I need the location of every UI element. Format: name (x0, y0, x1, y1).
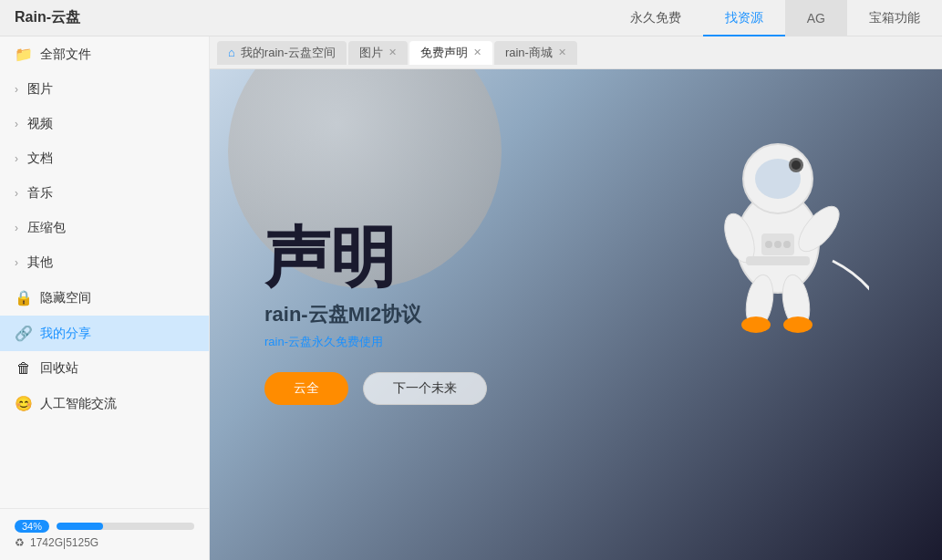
arrow-icon: › (15, 83, 18, 96)
content-area: ⌂ 我的rain-云盘空间 图片 ✕ 免费声明 ✕ rain-商城 ✕ (210, 36, 942, 560)
storage-info: ♻ 1742G|5125G (15, 536, 194, 549)
banner-buttons: 云全 下一个未来 (264, 372, 887, 405)
share-icon: 🔗 (15, 325, 33, 342)
sidebar-item-myshare[interactable]: 🔗 我的分享 (0, 316, 209, 351)
tab-bar: ⌂ 我的rain-云盘空间 图片 ✕ 免费声明 ✕ rain-商城 ✕ (210, 36, 942, 69)
tab-close-statement[interactable]: ✕ (473, 47, 481, 58)
trash-icon: 🗑 (15, 360, 33, 377)
all-files-icon: 📁 (15, 46, 33, 63)
tab-close-pictures[interactable]: ✕ (388, 47, 397, 58)
titlebar: Rain-云盘 永久免费 找资源 AG 宝箱功能 (0, 0, 942, 36)
banner-title: 声明 (264, 224, 887, 290)
sidebar-storage: 34% ♻ 1742G|5125G (0, 508, 209, 560)
banner-desc-prefix: rain- (264, 335, 288, 348)
home-icon: ⌂ (228, 46, 235, 59)
tab-shop[interactable]: rain-商城 ✕ (494, 41, 577, 65)
main-content: 声明 rain-云盘MI2协议 rain-云盘永久免费使用 云全 下一个未来 (210, 69, 942, 560)
tab-home[interactable]: ⌂ 我的rain-云盘空间 (217, 41, 347, 65)
sidebar-item-music[interactable]: › 音乐 (0, 176, 209, 211)
nav-avatar[interactable]: AG (785, 0, 847, 36)
banner-desc-main: 云盘永久免费使用 (288, 335, 383, 348)
sidebar-item-label: 隐藏空间 (40, 290, 91, 306)
sidebar-item-label: 我的分享 (40, 326, 91, 342)
titlebar-nav: 永久免费 找资源 AG 宝箱功能 (608, 0, 942, 36)
tab-label: rain-商城 (505, 45, 553, 61)
recycle-icon: ♻ (15, 536, 25, 549)
sidebar-item-docs[interactable]: › 文档 (0, 141, 209, 176)
nav-free[interactable]: 永久免费 (608, 0, 703, 36)
sidebar-item-label: 压缩包 (27, 220, 66, 236)
tab-close-shop[interactable]: ✕ (558, 47, 566, 58)
sidebar-item-other[interactable]: › 其他 (0, 245, 209, 280)
sidebar-item-label: 视频 (27, 116, 53, 132)
main-layout: 📁 全部文件 › 图片 › 视频 › 文档 › 音乐 › 压缩包 › (0, 36, 942, 560)
arrow-icon: › (15, 256, 18, 269)
sidebar-item-trash[interactable]: 🗑 回收站 (0, 351, 209, 386)
nav-resource[interactable]: 找资源 (703, 0, 785, 36)
banner-subtitle: rain-云盘MI2协议 (264, 301, 887, 328)
banner: 声明 rain-云盘MI2协议 rain-云盘永久免费使用 云全 下一个未来 (210, 69, 942, 560)
sidebar-item-label: 音乐 (27, 185, 53, 202)
storage-display: 1742G|5125G (30, 536, 98, 549)
sidebar-item-label: 回收站 (40, 360, 78, 377)
sidebar-item-archive[interactable]: › 压缩包 (0, 211, 209, 245)
sidebar-item-label: 人工智能交流 (40, 396, 117, 412)
btn-cloud[interactable]: 云全 (264, 372, 348, 405)
arrow-icon: › (15, 187, 18, 200)
arrow-icon: › (15, 152, 18, 165)
arrow-icon: › (15, 222, 18, 234)
ai-icon: 😊 (15, 395, 33, 412)
lock-icon: 🔒 (15, 289, 33, 306)
sidebar-item-label: 全部文件 (40, 47, 91, 63)
sidebar-item-label: 其他 (27, 254, 53, 271)
sidebar: 📁 全部文件 › 图片 › 视频 › 文档 › 音乐 › 压缩包 › (0, 36, 210, 560)
storage-bar-bg (57, 523, 194, 530)
storage-bar-fill (57, 523, 103, 530)
sidebar-item-label: 图片 (27, 81, 53, 98)
sidebar-item-videos[interactable]: › 视频 (0, 107, 209, 141)
tab-label: 图片 (359, 45, 383, 61)
arrow-icon: › (15, 118, 18, 130)
storage-percent-badge: 34% (15, 520, 49, 533)
tab-label: 免费声明 (420, 45, 468, 61)
nav-tools[interactable]: 宝箱功能 (847, 0, 942, 36)
banner-desc: rain-云盘永久免费使用 (264, 334, 887, 350)
tab-statement[interactable]: 免费声明 ✕ (409, 41, 492, 65)
tab-pictures[interactable]: 图片 ✕ (348, 41, 408, 65)
sidebar-item-pictures[interactable]: › 图片 (0, 72, 209, 107)
svg-point-4 (792, 161, 801, 170)
sidebar-item-label: 文档 (27, 150, 53, 167)
tab-label: 我的rain-云盘空间 (241, 45, 336, 61)
btn-future[interactable]: 下一个未来 (363, 372, 487, 405)
sidebar-item-hidden[interactable]: 🔒 隐藏空间 (0, 280, 209, 316)
storage-bar-wrap: 34% (15, 520, 194, 533)
app-title: Rain-云盘 (15, 8, 80, 27)
sidebar-item-ai-chat[interactable]: 😊 人工智能交流 (0, 386, 209, 421)
sidebar-item-all-files[interactable]: 📁 全部文件 (0, 36, 209, 72)
